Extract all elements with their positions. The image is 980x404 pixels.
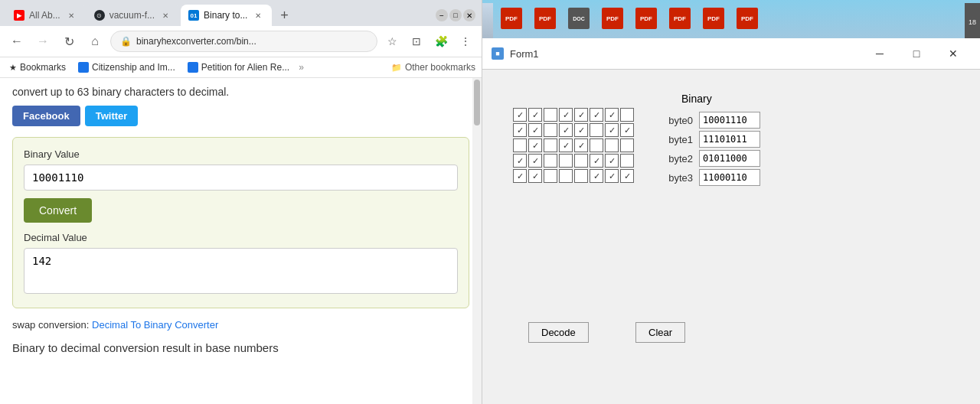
- checkbox-1-8[interactable]: [620, 108, 634, 122]
- swap-text: swap conversion: Decimal To Binary Conve…: [12, 319, 469, 331]
- checkbox-4-4[interactable]: [559, 154, 573, 168]
- form1-window: PDF PDF DOC PDF PDF PDF PDF PDF 18 ■: [482, 0, 980, 404]
- form1-minimize[interactable]: ─: [862, 43, 897, 64]
- bookmark-star[interactable]: ☆: [382, 31, 402, 51]
- other-bookmarks[interactable]: 📁 Other bookmarks: [391, 62, 475, 73]
- tab-youtube-close[interactable]: ✕: [65, 9, 77, 21]
- checkbox-4-6[interactable]: [590, 154, 603, 168]
- checkbox-5-7[interactable]: [605, 169, 619, 183]
- swap-link[interactable]: Decimal To Binary Converter: [92, 319, 218, 331]
- back-button[interactable]: ←: [6, 31, 28, 52]
- checkbox-5-1[interactable]: [513, 169, 527, 183]
- checkbox-2-5[interactable]: [574, 123, 588, 137]
- page-content: convert up to 63 binary characters to de…: [0, 78, 482, 404]
- checkbox-4-7[interactable]: [605, 154, 619, 168]
- form1-close[interactable]: ✕: [936, 43, 971, 64]
- byte3-input[interactable]: [699, 169, 760, 186]
- decimal-value-label: Decimal Value: [24, 232, 458, 243]
- checkbox-5-2[interactable]: [528, 169, 542, 183]
- checkbox-1-6[interactable]: [590, 108, 603, 122]
- desktop-icon-2[interactable]: PDF: [530, 3, 560, 34]
- checkbox-5-5[interactable]: [574, 169, 588, 183]
- checkbox-3-2[interactable]: [528, 138, 542, 152]
- byte0-input[interactable]: [699, 112, 760, 129]
- extensions-icon[interactable]: 🧩: [431, 31, 451, 51]
- byte2-input[interactable]: [699, 150, 760, 167]
- maximize-button[interactable]: □: [449, 9, 462, 21]
- decimal-output[interactable]: 142: [24, 248, 458, 294]
- checkbox-2-8[interactable]: [620, 123, 634, 137]
- home-button[interactable]: ⌂: [84, 31, 106, 52]
- menu-icon[interactable]: ⋮: [456, 31, 475, 51]
- checkbox-5-3[interactable]: [544, 169, 557, 183]
- bookmarks-label[interactable]: ★ Bookmarks: [6, 60, 69, 74]
- twitter-button[interactable]: Twitter: [85, 106, 139, 126]
- desktop-icon-8[interactable]: PDF: [732, 3, 763, 34]
- forward-button[interactable]: →: [32, 31, 54, 52]
- checkbox-1-4[interactable]: [559, 108, 573, 122]
- reload-button[interactable]: ↻: [58, 31, 80, 52]
- checkbox-1-2[interactable]: [528, 108, 542, 122]
- scrollbar-thumb[interactable]: [474, 80, 480, 125]
- bookmark-citizenship[interactable]: Citizenship and Im...: [75, 60, 178, 74]
- byte0-row: byte0: [658, 112, 760, 129]
- form1-maximize[interactable]: □: [899, 43, 934, 64]
- desktop-icon-5[interactable]: PDF: [631, 3, 662, 34]
- cast-icon[interactable]: ⊡: [407, 31, 426, 51]
- checkbox-1-7[interactable]: [605, 108, 619, 122]
- desktop-icon-6[interactable]: PDF: [665, 3, 695, 34]
- tab-youtube[interactable]: ▶ All Ab... ✕: [6, 5, 85, 26]
- checkbox-2-7[interactable]: [605, 123, 619, 137]
- desktop-icon-4[interactable]: PDF: [597, 3, 628, 34]
- checkbox-3-4[interactable]: [559, 138, 573, 152]
- tab-github-close[interactable]: ✕: [159, 9, 172, 21]
- checkbox-2-3[interactable]: [544, 123, 557, 137]
- checkbox-2-6[interactable]: [590, 123, 603, 137]
- facebook-button[interactable]: Facebook: [12, 106, 80, 126]
- checkbox-2-1[interactable]: [513, 123, 527, 137]
- convert-button[interactable]: Convert: [24, 198, 92, 223]
- checkbox-grid: [513, 108, 634, 184]
- address-bar[interactable]: 🔒 binaryhexconverter.com/bin...: [110, 31, 377, 52]
- tab-converter-close[interactable]: ✕: [252, 9, 264, 21]
- close-button[interactable]: ✕: [463, 9, 475, 21]
- minimize-button[interactable]: −: [436, 9, 448, 21]
- checkbox-row-1: [513, 108, 634, 122]
- desktop-icon-3[interactable]: DOC: [564, 3, 594, 34]
- checkbox-4-3[interactable]: [544, 154, 557, 168]
- tab-github[interactable]: ⊙ vacuum-f... ✕: [87, 5, 179, 26]
- clear-button[interactable]: Clear: [635, 322, 685, 343]
- bookmarks-bar: ★ Bookmarks Citizenship and Im... Petiti…: [0, 57, 482, 78]
- checkbox-3-5[interactable]: [574, 138, 588, 152]
- byte1-input[interactable]: [699, 131, 760, 148]
- checkbox-4-1[interactable]: [513, 154, 527, 168]
- binary-input[interactable]: [24, 165, 458, 191]
- checkbox-2-4[interactable]: [559, 123, 573, 137]
- checkbox-3-1[interactable]: [513, 138, 527, 152]
- checkbox-5-4[interactable]: [559, 169, 573, 183]
- checkbox-5-6[interactable]: [590, 169, 603, 183]
- checkbox-2-2[interactable]: [528, 123, 542, 137]
- tab-converter[interactable]: 01 Binary to... ✕: [181, 5, 272, 26]
- desktop-icon-1[interactable]: PDF: [496, 3, 527, 34]
- checkbox-1-5[interactable]: [574, 108, 588, 122]
- checkbox-3-8[interactable]: [620, 138, 634, 152]
- desktop-icon-7[interactable]: PDF: [698, 3, 729, 34]
- checkbox-1-1[interactable]: [513, 108, 527, 122]
- decode-button[interactable]: Decode: [528, 322, 589, 343]
- binary-value-label: Binary Value: [24, 148, 458, 160]
- converter-favicon: 01: [188, 10, 199, 21]
- checkbox-3-3[interactable]: [544, 138, 557, 152]
- checkbox-3-7[interactable]: [605, 138, 619, 152]
- checkbox-5-8[interactable]: [620, 169, 634, 183]
- bookmark-petition[interactable]: Petition for Alien Re...: [185, 60, 292, 74]
- social-buttons: Facebook Twitter: [12, 106, 469, 126]
- checkbox-4-8[interactable]: [620, 154, 634, 168]
- checkbox-4-5[interactable]: [574, 154, 588, 168]
- right-strip: 18: [965, 3, 980, 38]
- checkbox-4-2[interactable]: [528, 154, 542, 168]
- checkbox-3-6[interactable]: [590, 138, 603, 152]
- checkbox-1-3[interactable]: [544, 108, 557, 122]
- scrollbar[interactable]: [472, 78, 482, 404]
- new-tab-button[interactable]: +: [273, 5, 295, 26]
